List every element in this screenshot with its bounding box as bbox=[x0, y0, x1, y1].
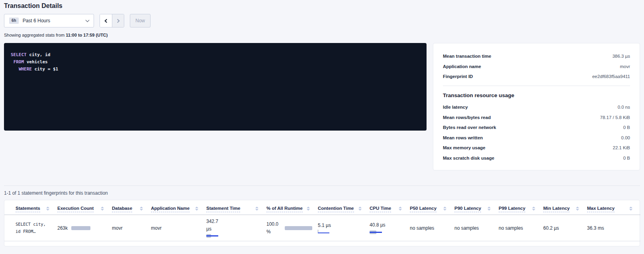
resource-label: Idle latency bbox=[443, 105, 468, 109]
sql-indent bbox=[11, 59, 14, 64]
cpu-time-value: 40.8 µs bbox=[370, 221, 386, 229]
summary-row-mean-transaction-time: Mean transaction time 386.3 µs bbox=[443, 54, 630, 59]
summary-value: 386.3 µs bbox=[613, 54, 630, 59]
stats-period-prefix: Showing aggregated stats from bbox=[4, 33, 65, 37]
min-latency-value: 60.2 µs bbox=[543, 225, 587, 231]
cpu-time-bar bbox=[370, 231, 382, 234]
summary-label: Mean transaction time bbox=[443, 54, 491, 59]
column-header-p99-latency[interactable]: P99 Latency bbox=[499, 200, 543, 215]
sort-icon[interactable] bbox=[101, 206, 104, 211]
resource-row-mean-rows-bytes-read: Mean rows/bytes read 78.17 / 5.8 KiB bbox=[443, 115, 630, 120]
p50-latency-value: no samples bbox=[410, 225, 454, 231]
statement-row: SELECT city, id FROM… 263k movr movr 342… bbox=[4, 215, 640, 241]
time-range-dropdown[interactable]: 6h Past 6 Hours bbox=[4, 14, 94, 27]
resource-value: 0 B bbox=[623, 125, 630, 130]
pct-runtime-value: 100.0 % bbox=[266, 221, 281, 235]
next-time-button[interactable] bbox=[112, 14, 124, 27]
application-name-value: movr bbox=[151, 225, 206, 231]
statements-table-card: Statements Execution Count Database Appl… bbox=[4, 200, 640, 246]
table-header-row: Statements Execution Count Database Appl… bbox=[4, 200, 640, 215]
time-step-buttons bbox=[100, 14, 124, 27]
column-header-p90-latency[interactable]: P90 Latency bbox=[454, 200, 499, 215]
resource-row-idle-latency: Idle latency 0.0 ns bbox=[443, 105, 630, 109]
sort-icon[interactable] bbox=[629, 206, 632, 211]
sort-icon[interactable] bbox=[487, 206, 491, 211]
sql-statement-text: SELECT city, id FROM vehicles WHERE city… bbox=[11, 51, 427, 72]
now-button[interactable]: Now bbox=[130, 14, 151, 27]
sql-text: vehicles bbox=[24, 59, 48, 64]
statement-fingerprint-count: 1-1 of 1 statement fingerprints for this… bbox=[4, 190, 640, 196]
sort-icon[interactable] bbox=[443, 206, 446, 211]
chevron-right-icon bbox=[115, 19, 119, 23]
sort-icon[interactable] bbox=[532, 206, 535, 211]
execution-count-bar bbox=[71, 226, 90, 230]
resource-label: Max scratch disk usage bbox=[443, 156, 494, 160]
section-divider bbox=[4, 186, 640, 186]
column-header-statements[interactable]: Statements bbox=[4, 200, 57, 215]
sql-keyword: FROM bbox=[14, 59, 24, 64]
sql-indent bbox=[11, 66, 19, 72]
sql-text: city, id bbox=[27, 52, 51, 57]
sort-icon[interactable] bbox=[576, 206, 579, 211]
pct-runtime-bar bbox=[285, 226, 312, 230]
sql-keyword: SELECT bbox=[11, 52, 27, 57]
resource-row-bytes-read-over-network: Bytes read over network 0 B bbox=[443, 125, 630, 130]
resource-row-max-scratch-disk-usage: Max scratch disk usage 0 B bbox=[443, 156, 630, 160]
max-latency-value: 36.3 ms bbox=[587, 225, 640, 231]
stats-period-range: 11:00 to 17:59 (UTC) bbox=[66, 33, 108, 37]
summary-row-application-name: Application name movr bbox=[443, 64, 630, 69]
sort-icon[interactable] bbox=[195, 206, 198, 211]
summary-label: Fingerprint ID bbox=[443, 74, 473, 79]
resource-value: 0.0 ns bbox=[618, 105, 630, 109]
resource-row-max-memory-usage: Max memory usage 22.1 KiB bbox=[443, 145, 630, 150]
sort-icon[interactable] bbox=[399, 206, 402, 211]
statement-time-value: 342.7 µs bbox=[206, 218, 223, 233]
sort-icon[interactable] bbox=[358, 206, 362, 211]
column-header-application-name[interactable]: Application Name bbox=[151, 200, 206, 215]
p90-latency-value: no samples bbox=[454, 225, 499, 231]
aggregated-stats-period: Showing aggregated stats from 11:00 to 1… bbox=[4, 33, 640, 37]
resource-usage-heading: Transaction resource usage bbox=[443, 92, 630, 98]
resource-value: 22.1 KiB bbox=[613, 145, 630, 150]
prev-time-button[interactable] bbox=[100, 14, 112, 27]
statement-link[interactable]: SELECT city, id FROM… bbox=[16, 222, 46, 233]
database-value: movr bbox=[112, 225, 151, 231]
column-header-p50-latency[interactable]: P50 Latency bbox=[410, 200, 454, 215]
sort-icon[interactable] bbox=[255, 206, 258, 211]
transaction-overview: SELECT city, id FROM vehicles WHERE city… bbox=[4, 43, 640, 170]
summary-label: Application name bbox=[443, 64, 481, 69]
column-header-execution-count[interactable]: Execution Count bbox=[57, 200, 112, 215]
transaction-details-page: Transaction Details 6h Past 6 Hours Now … bbox=[0, 0, 644, 246]
sort-icon[interactable] bbox=[46, 206, 49, 211]
summary-divider bbox=[443, 86, 630, 86]
column-header-database[interactable]: Database bbox=[112, 200, 151, 215]
sql-keyword: WHERE bbox=[19, 66, 32, 72]
column-header-statement-time[interactable]: Statement Time bbox=[206, 200, 266, 215]
column-header-max-latency[interactable]: Max Latency bbox=[587, 200, 640, 215]
summary-value: movr bbox=[620, 64, 630, 69]
resource-value: 78.17 / 5.8 KiB bbox=[600, 115, 630, 120]
summary-row-fingerprint-id: Fingerprint ID ee2df683f5aa9411 bbox=[443, 74, 630, 79]
chevron-down-icon bbox=[86, 18, 90, 22]
sort-icon[interactable] bbox=[140, 206, 143, 211]
resource-row-mean-rows-written: Mean rows written 0.00 bbox=[443, 135, 630, 140]
time-range-label: Past 6 Hours bbox=[23, 18, 82, 23]
column-header-pct-of-all-runtime[interactable]: % of All Runtime bbox=[266, 200, 318, 215]
resource-label: Mean rows/bytes read bbox=[443, 115, 491, 120]
transaction-summary-card: Mean transaction time 386.3 µs Applicati… bbox=[433, 43, 640, 170]
sql-text: city = $1 bbox=[32, 66, 58, 72]
statement-time-bar bbox=[206, 234, 219, 238]
time-range-badge: 6h bbox=[9, 18, 19, 24]
page-title: Transaction Details bbox=[4, 2, 640, 10]
column-header-contention-time[interactable]: Contention Time bbox=[318, 200, 370, 215]
contention-time-bar bbox=[318, 230, 330, 234]
summary-value: ee2df683f5aa9411 bbox=[592, 74, 630, 79]
sort-icon[interactable] bbox=[307, 206, 310, 211]
chevron-left-icon bbox=[105, 19, 109, 23]
resource-label: Max memory usage bbox=[443, 145, 485, 150]
sql-statement-box: SELECT city, id FROM vehicles WHERE city… bbox=[4, 43, 427, 131]
p99-latency-value: no samples bbox=[499, 225, 543, 231]
execution-count-value: 263k bbox=[57, 225, 68, 231]
column-header-min-latency[interactable]: Min Latency bbox=[543, 200, 587, 215]
column-header-cpu-time[interactable]: CPU Time bbox=[370, 200, 410, 215]
